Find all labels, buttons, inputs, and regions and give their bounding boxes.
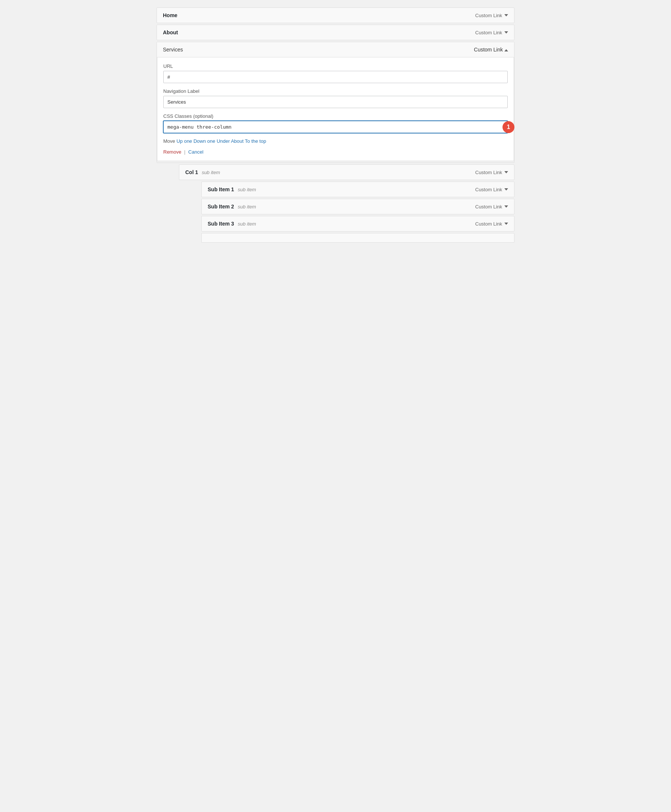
nav-label-input[interactable] [163,96,508,108]
home-chevron-down-icon [504,14,508,16]
css-classes-field-group: CSS Classes (optional) 1 [163,113,508,133]
sub3-chevron-down-icon [504,223,508,225]
home-header[interactable]: Home Custom Link [157,7,514,23]
services-type-label: Custom Link [474,47,503,53]
menu-item-about: About Custom Link [157,25,514,40]
move-down-one-link[interactable]: Down one [194,138,215,144]
sub1-header[interactable]: Sub Item 1 sub item Custom Link [201,182,514,197]
about-header[interactable]: About Custom Link [157,25,514,40]
move-to-top-link[interactable]: To the top [245,138,266,144]
sub-items-level1: Col 1 sub item Custom Link Sub Item 1 su… [157,164,514,243]
css-classes-label: CSS Classes (optional) [163,113,508,119]
services-chevron-up-icon [504,49,508,51]
home-type-label: Custom Link [475,13,502,18]
nav-label-field-group: Navigation Label [163,89,508,108]
action-links: Remove | Cancel [163,149,508,155]
sub2-sub-label: sub item [238,204,256,209]
cancel-link[interactable]: Cancel [188,149,203,155]
sub2-title: Sub Item 2 sub item [208,204,256,209]
services-header[interactable]: Services Custom Link [157,42,514,58]
sub1-title-text: Sub Item 1 [208,186,234,192]
sub1-sub-label: sub item [238,187,256,192]
css-classes-wrapper: 1 [163,121,508,133]
services-title: Services [163,47,183,53]
separator: | [184,149,185,155]
menu-item-col1: Col 1 sub item Custom Link [179,164,514,180]
home-type: Custom Link [475,13,508,18]
url-field-group: URL [163,63,508,83]
move-under-about-link[interactable]: Under About [216,138,244,144]
sub3-title-text: Sub Item 3 [208,221,234,227]
sub2-type: Custom Link [475,204,508,209]
menu-item-sub1: Sub Item 1 sub item Custom Link [201,182,514,197]
sub3-header[interactable]: Sub Item 3 sub item Custom Link [201,216,514,232]
col1-type-label: Custom Link [475,170,502,175]
sub3-type-label: Custom Link [475,221,502,227]
about-type-label: Custom Link [475,30,502,36]
move-up-one-link[interactable]: Up one [176,138,192,144]
about-type: Custom Link [475,30,508,36]
menu-item-home: Home Custom Link [157,7,514,23]
sub2-type-label: Custom Link [475,204,502,209]
col1-type: Custom Link [475,170,508,175]
home-title: Home [163,12,177,18]
col1-title-text: Col 1 [185,169,198,175]
sub1-title: Sub Item 1 sub item [208,186,256,192]
sub1-type-label: Custom Link [475,187,502,192]
col1-chevron-down-icon [504,171,508,174]
services-expanded-form: URL Navigation Label CSS Classes (option… [157,58,514,161]
badge-1: 1 [502,121,514,133]
about-chevron-down-icon [504,31,508,34]
url-input[interactable] [163,71,508,83]
partial-item[interactable] [201,233,514,243]
menu-item-sub3: Sub Item 3 sub item Custom Link [201,216,514,232]
services-type: Custom Link [474,47,508,53]
url-label: URL [163,63,508,69]
sub3-sub-label: sub item [238,221,256,227]
sub1-type: Custom Link [475,187,508,192]
css-classes-input[interactable] [163,121,508,133]
sub3-type: Custom Link [475,221,508,227]
nav-label-label: Navigation Label [163,89,508,94]
sub3-title: Sub Item 3 sub item [208,221,256,227]
move-prefix: Move [163,138,175,144]
sub2-title-text: Sub Item 2 [208,204,234,209]
menu-item-sub2: Sub Item 2 sub item Custom Link [201,199,514,214]
remove-link[interactable]: Remove [163,149,181,155]
sub2-header[interactable]: Sub Item 2 sub item Custom Link [201,199,514,214]
about-title: About [163,29,178,36]
col1-sub-label: sub item [202,170,220,175]
sub-items-level2: Sub Item 1 sub item Custom Link Sub Item… [179,182,514,243]
move-links: Move Up one Down one Under About To the … [163,138,508,144]
col1-header[interactable]: Col 1 sub item Custom Link [179,164,514,180]
sub2-chevron-down-icon [504,206,508,208]
menu-item-services: Services Custom Link URL Navigation Labe… [157,42,514,163]
col1-title: Col 1 sub item [185,169,220,175]
sub1-chevron-down-icon [504,188,508,191]
